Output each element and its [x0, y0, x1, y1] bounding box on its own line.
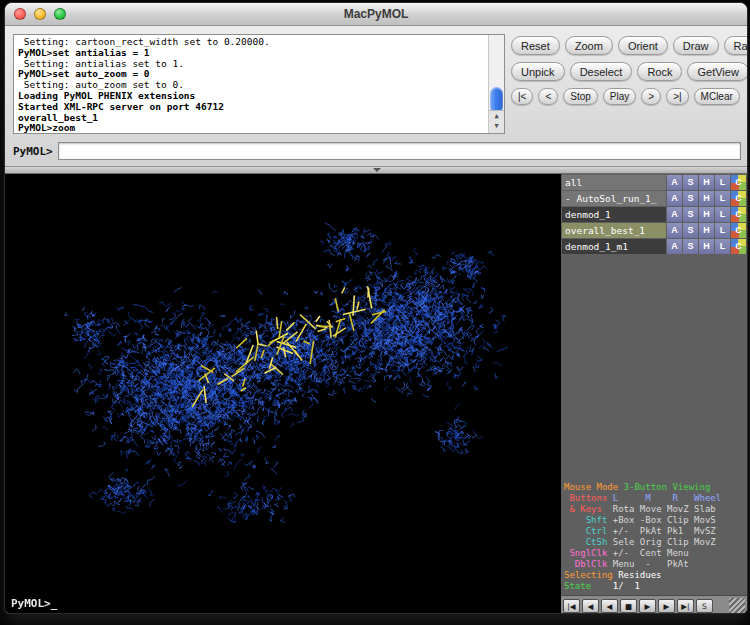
- object-overall-best-1-c-button[interactable]: C: [731, 223, 746, 238]
- object-all-h-button[interactable]: H: [699, 175, 714, 190]
- object-row-overall-best-1: overall_best_1ASHLC: [562, 223, 746, 238]
- object-autosol-run-1-a-button[interactable]: A: [667, 191, 682, 206]
- viewport-canvas[interactable]: [5, 174, 561, 614]
- vcr-play-button[interactable]: ▶: [639, 599, 656, 613]
- toolbar-play-button[interactable]: Play: [603, 88, 636, 105]
- toolbar-last-button[interactable]: >|: [666, 88, 688, 105]
- object-overall-best-1-s-button[interactable]: S: [683, 223, 698, 238]
- object-overall-best-1-l-button[interactable]: L: [715, 223, 730, 238]
- object-name-all[interactable]: all: [562, 175, 666, 190]
- object-autosol-run-1-l-button[interactable]: L: [715, 191, 730, 206]
- vcr-rewind-button[interactable]: |◀: [563, 599, 580, 613]
- mouse-panel-line: Buttons L M R Wheel: [564, 493, 744, 504]
- toolbar-next-button[interactable]: >: [641, 88, 661, 105]
- pane-splitter[interactable]: [5, 167, 747, 174]
- object-denmod-1-h-button[interactable]: H: [699, 207, 714, 222]
- object-panel: allASHLC- AutoSol_run_1_ASHLCdenmod_1ASH…: [561, 174, 747, 614]
- mouse-panel-text: Selecting: [564, 570, 618, 580]
- object-denmod-1-m1-l-button[interactable]: L: [715, 239, 730, 254]
- object-row-all: allASHLC: [562, 175, 746, 190]
- viewport[interactable]: PyMOL>_: [5, 174, 561, 614]
- window-resize-grip[interactable]: [729, 598, 745, 613]
- object-name-autosol-run-1[interactable]: - AutoSol_run_1_: [562, 191, 666, 206]
- command-input[interactable]: [58, 142, 741, 160]
- command-row: PyMOL>: [13, 141, 741, 161]
- object-autosol-run-1-c-button[interactable]: C: [731, 191, 746, 206]
- toolbar-mclear-button[interactable]: MClear: [694, 88, 740, 105]
- mouse-panel-text: +/- PkAt Pk1 MvSZ: [613, 526, 716, 536]
- mouse-panel-text: Ctrl: [564, 526, 613, 536]
- title-bar[interactable]: MacPyMOL: [5, 3, 747, 26]
- toolbar-row-1: ResetZoomOrientDrawRay: [511, 36, 742, 55]
- object-all-l-button[interactable]: L: [715, 175, 730, 190]
- object-all-c-button[interactable]: C: [731, 175, 746, 190]
- object-autosol-run-1-s-button[interactable]: S: [683, 191, 698, 206]
- mouse-panel-line: Shft +Box -Box Clip MovS: [564, 515, 744, 526]
- object-denmod-1-m1-s-button[interactable]: S: [683, 239, 698, 254]
- toolbar-prev-button[interactable]: <: [538, 88, 558, 105]
- viewport-prompt: PyMOL>_: [11, 597, 57, 610]
- mouse-panel-text: & Keys: [564, 504, 613, 514]
- toolbar-stop-button[interactable]: Stop: [563, 88, 598, 105]
- console-line: PyMOL>zoom: [18, 123, 500, 134]
- toolbar-orient-button[interactable]: Orient: [618, 36, 668, 55]
- object-name-denmod-1-m1[interactable]: denmod_1_m1: [562, 239, 666, 254]
- vcr-back-button[interactable]: ◀: [582, 599, 599, 613]
- toolbar-row-2: UnpickDeselectRockGetView: [511, 62, 742, 81]
- toolbar-ray-button[interactable]: Ray: [724, 36, 748, 55]
- toolbar-getview-button[interactable]: GetView: [687, 62, 748, 81]
- mouse-panel-line: & Keys Rota Move MovZ Slab: [564, 504, 744, 515]
- mouse-panel-line: Mouse Mode 3-Button Viewing: [564, 482, 744, 493]
- vcr-reverse-play-button[interactable]: ◀: [601, 599, 618, 613]
- console-scrollbar[interactable]: ▲▼: [488, 35, 504, 133]
- toolbar-zoom-button[interactable]: Zoom: [565, 36, 613, 55]
- object-denmod-1-m1-a-button[interactable]: A: [667, 239, 682, 254]
- movie-controls: |◀◀◀■▶▶▶|S: [561, 595, 747, 614]
- object-all-s-button[interactable]: S: [683, 175, 698, 190]
- object-denmod-1-m1-h-button[interactable]: H: [699, 239, 714, 254]
- mouse-panel-text: +/- Cent Menu: [613, 548, 689, 558]
- mouse-panel-text: Menu - PkAt: [613, 559, 689, 569]
- minimize-button[interactable]: [34, 8, 46, 20]
- object-denmod-1-l-button[interactable]: L: [715, 207, 730, 222]
- object-name-overall-best-1[interactable]: overall_best_1: [562, 223, 666, 238]
- mouse-panel-line: Selecting Residues: [564, 570, 744, 581]
- console-scrollbar-arrows[interactable]: ▲▼: [489, 110, 504, 133]
- object-overall-best-1-h-button[interactable]: H: [699, 223, 714, 238]
- object-denmod-1-c-button[interactable]: C: [731, 207, 746, 222]
- toolbar-first-button[interactable]: |<: [511, 88, 533, 105]
- object-denmod-1-m1-c-button[interactable]: C: [731, 239, 746, 254]
- mouse-panel-text: 1/ 1: [597, 581, 640, 591]
- object-row-autosol-run-1: - AutoSol_run_1_ASHLC: [562, 191, 746, 206]
- mouse-panel-text: Shft: [564, 515, 613, 525]
- toolbar-deselect-button[interactable]: Deselect: [570, 62, 633, 81]
- vcr-fast-forward-button[interactable]: ▶|: [677, 599, 694, 613]
- mouse-panel-line: Ctrl +/- PkAt Pk1 MvSZ: [564, 526, 744, 537]
- zoom-window-button[interactable]: [54, 8, 66, 20]
- vcr-scene-button[interactable]: S: [696, 599, 713, 613]
- console-log-box[interactable]: Setting: cartoon_rect_width set to 0.200…: [13, 34, 505, 134]
- object-autosol-run-1-h-button[interactable]: H: [699, 191, 714, 206]
- toolbar-unpick-button[interactable]: Unpick: [511, 62, 565, 81]
- mouse-panel-text: Rota Move MovZ Slab: [613, 504, 716, 514]
- mouse-panel-text: 3-Button Viewing: [624, 482, 711, 492]
- toolbar-draw-button[interactable]: Draw: [673, 36, 719, 55]
- mouse-panel-line: State 1/ 1: [564, 581, 744, 592]
- vcr-forward-button[interactable]: ▶: [658, 599, 675, 613]
- splitter-handle-icon: [373, 168, 381, 172]
- toolbar-rock-button[interactable]: Rock: [637, 62, 682, 81]
- close-button[interactable]: [14, 8, 26, 20]
- object-denmod-1-a-button[interactable]: A: [667, 207, 682, 222]
- mouse-panel-line: CtSh Sele Orig Clip MovZ: [564, 537, 744, 548]
- object-list: allASHLC- AutoSol_run_1_ASHLCdenmod_1ASH…: [561, 174, 747, 255]
- object-all-a-button[interactable]: A: [667, 175, 682, 190]
- mouse-panel-line: DblClk Menu - PkAt: [564, 559, 744, 570]
- toolbar-reset-button[interactable]: Reset: [511, 36, 560, 55]
- console-line: PyMOL>set antialias = 1: [18, 48, 500, 59]
- object-denmod-1-s-button[interactable]: S: [683, 207, 698, 222]
- console-line: Started XML-RPC server on port 46712: [18, 102, 500, 113]
- vcr-stop-button[interactable]: ■: [620, 599, 637, 613]
- object-name-denmod-1[interactable]: denmod_1: [562, 207, 666, 222]
- object-overall-best-1-a-button[interactable]: A: [667, 223, 682, 238]
- object-row-denmod-1: denmod_1ASHLC: [562, 207, 746, 222]
